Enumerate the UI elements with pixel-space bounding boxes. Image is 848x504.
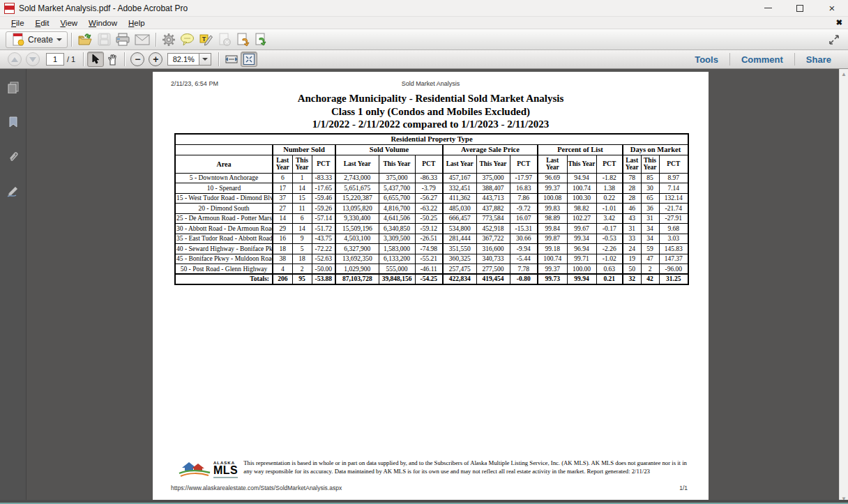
create-button[interactable]: Create	[6, 31, 68, 48]
email-button[interactable]	[132, 31, 152, 49]
group-header: Days on Market	[623, 144, 688, 155]
sub-header: PCT	[659, 155, 688, 173]
maximize-button[interactable]	[784, 0, 816, 16]
attachments-paperclip-icon[interactable]	[4, 148, 22, 165]
group-header: Number Sold	[273, 144, 335, 155]
previous-page-button[interactable]	[6, 52, 24, 67]
report-title-line3: 1/1/2022 - 2/11/2022 compared to 1/1/202…	[153, 118, 709, 131]
sub-header: Last Year	[623, 155, 641, 173]
menu-file[interactable]: File	[6, 18, 30, 28]
chevron-down-icon	[56, 38, 62, 41]
comment-bubble-icon[interactable]	[178, 31, 197, 49]
preferences-gear-icon[interactable]	[160, 31, 178, 49]
window-bottom-edge	[0, 500, 848, 504]
sub-header: PCT	[415, 155, 443, 173]
sub-header: Last Year	[443, 155, 476, 173]
alaska-mls-logo: ALASKA MLS	[178, 459, 238, 479]
menu-view[interactable]: View	[54, 18, 83, 28]
comment-link[interactable]: Comment	[730, 54, 794, 65]
table-row: 30 - Abbott Road - De Armoun Road2914-51…	[175, 224, 688, 234]
navigation-toolbar: / 1 − + Tools Comment Share	[0, 50, 848, 69]
zoom-in-button[interactable]: +	[146, 52, 165, 67]
share-link[interactable]: Share	[795, 54, 842, 65]
table-row: 20 - Dimond South2711-59.2613,095,8204,8…	[175, 204, 688, 214]
print-header-center: Sold Market Analysis	[171, 80, 690, 87]
table-group-header-row: Number SoldSold VolumeAverage Sale Price…	[175, 144, 688, 155]
sub-header: PCT	[312, 155, 335, 173]
scroll-up-arrow[interactable]: ▲	[841, 69, 847, 79]
document-restrict-icon[interactable]	[215, 31, 234, 49]
sub-header: Last Year	[335, 155, 379, 173]
sub-header: This Year	[379, 155, 415, 173]
menu-help[interactable]: Help	[123, 18, 151, 28]
report-title-line2: Class 1 only (Condos and Mobiles Exclude…	[153, 105, 709, 119]
open-file-button[interactable]	[75, 31, 95, 49]
main-toolbar: Create T	[0, 29, 848, 50]
table-row: 25 - De Armoun Road - Potter Marsh146-57…	[175, 213, 688, 224]
zoom-level-input[interactable]	[167, 53, 199, 66]
menu-window[interactable]: Window	[83, 18, 123, 28]
vertical-scrollbar[interactable]: ▲ ▼	[839, 69, 848, 504]
document-convert-icon[interactable]	[234, 31, 252, 49]
pdf-page: Sold Market Analysis 2/11/23, 6:54 PM An…	[153, 72, 709, 501]
svg-text:T: T	[202, 36, 206, 43]
sub-header: This Year	[567, 155, 596, 173]
page-number-input[interactable]	[46, 53, 64, 66]
group-header: Average Sale Price	[443, 144, 538, 155]
pdf-file-icon	[4, 3, 15, 14]
tools-link[interactable]: Tools	[683, 54, 729, 65]
group-header: Sold Volume	[335, 144, 443, 155]
table-row: 40 - Seward Highway - Boniface Pkwy185-7…	[175, 244, 688, 254]
toolbar-expand-icon[interactable]	[826, 32, 842, 47]
print-button[interactable]	[113, 31, 132, 49]
acrobat-window: Sold Market Analysis.pdf - Adobe Acrobat…	[0, 0, 848, 504]
fit-page-button[interactable]	[241, 52, 257, 67]
navigation-pane	[0, 69, 26, 504]
main-area: Sold Market Analysis 2/11/23, 6:54 PM An…	[0, 69, 848, 504]
close-button[interactable]: ×	[816, 0, 848, 16]
menu-bar: File Edit View Window Help ✖	[0, 17, 848, 29]
sub-header: This Year	[292, 155, 312, 173]
scrolling-mode-button[interactable]	[222, 52, 241, 67]
export-document-icon[interactable]	[252, 31, 270, 49]
table-row: 15 - West Tudor Road - Dimond Blvd3715-5…	[175, 193, 688, 204]
minimize-button[interactable]	[752, 0, 784, 16]
logo-text-mls: MLS	[213, 465, 238, 476]
menu-edit[interactable]: Edit	[30, 18, 55, 28]
sub-header: PCT	[596, 155, 623, 173]
sub-header: PCT	[510, 155, 538, 173]
create-pdf-icon	[11, 33, 24, 46]
next-page-button[interactable]	[24, 52, 42, 67]
group-header: Percent of List	[538, 144, 623, 155]
title-bar: Sold Market Analysis.pdf - Adobe Acrobat…	[0, 0, 848, 17]
table-title: Residential Property Type	[175, 134, 688, 144]
area-header: Area	[175, 155, 273, 173]
table-subheader-row: AreaLast YearThis YearPCTLast YearThis Y…	[175, 155, 688, 173]
window-title: Sold Market Analysis.pdf - Adobe Acrobat…	[19, 3, 752, 13]
mls-disclaimer: This representation is based in whole or…	[243, 459, 697, 475]
table-row: 5 - Downtown Anchorage61-83.332,743,0003…	[175, 173, 688, 183]
page-thumbnails-icon[interactable]	[4, 79, 22, 96]
close-document-icon[interactable]: ✖	[836, 18, 842, 27]
save-button[interactable]	[95, 31, 113, 49]
totals-row: Totals:20695-53.8887,103,72839,848,156-5…	[175, 274, 688, 284]
table-row: 50 - Post Road - Glenn Highway42-50.001,…	[175, 264, 688, 275]
report-title: Anchorage Municipality - Residential Sol…	[153, 92, 709, 131]
table-title-row: Residential Property Type	[175, 134, 688, 144]
table-row: 10 - Spenard1714-17.655,651,6755,437,700…	[175, 183, 688, 194]
zoom-out-button[interactable]: −	[128, 52, 146, 67]
sold-market-table: Residential Property TypeNumber SoldSold…	[174, 133, 689, 285]
zoom-dropdown-button[interactable]	[199, 53, 211, 66]
sub-header: Last Year	[538, 155, 567, 173]
page-total-label: / 1	[67, 55, 75, 63]
mls-footer: ALASKA MLS This representation is based …	[178, 459, 697, 479]
report-title-line1: Anchorage Municipality - Residential Sol…	[153, 92, 709, 105]
sub-header: This Year	[641, 155, 659, 173]
sign-highlight-icon[interactable]: T	[197, 31, 215, 49]
hand-tool-button[interactable]	[104, 52, 121, 67]
signatures-icon[interactable]	[4, 183, 22, 200]
sub-header: Last Year	[273, 155, 292, 173]
table-row: 35 - East Tudor Road - Abbott Road169-43…	[175, 234, 688, 244]
bookmarks-icon[interactable]	[4, 114, 22, 130]
select-tool-button[interactable]	[87, 52, 104, 67]
